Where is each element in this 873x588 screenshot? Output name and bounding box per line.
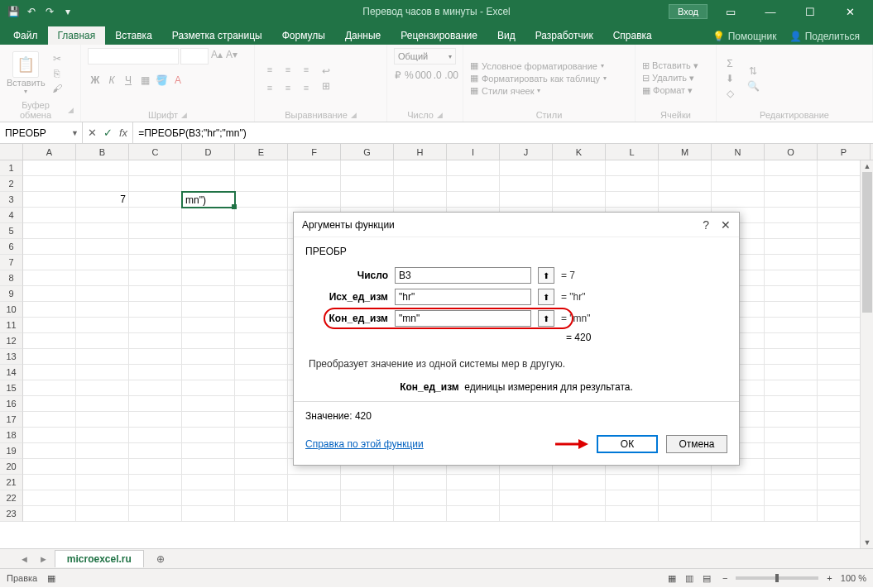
macro-record-icon[interactable]: ▦ [47, 573, 55, 584]
cell[interactable] [235, 208, 288, 223]
col-header[interactable]: O [765, 144, 818, 160]
font-name-input[interactable] [88, 48, 179, 65]
col-header[interactable]: A [23, 144, 76, 160]
cell[interactable] [765, 412, 818, 428]
cell[interactable] [712, 176, 765, 192]
cell[interactable] [76, 255, 129, 270]
cell[interactable] [182, 380, 235, 396]
cell[interactable] [500, 506, 553, 522]
qat-dropdown-icon[interactable]: ▾ [61, 5, 74, 18]
cell[interactable] [712, 192, 765, 208]
cell[interactable] [447, 490, 500, 506]
decrease-font-icon[interactable]: A▾ [225, 48, 238, 61]
cell[interactable] [659, 192, 712, 208]
ok-button[interactable]: ОК [597, 435, 658, 453]
cell[interactable] [659, 176, 712, 192]
cell[interactable] [129, 412, 182, 428]
cell[interactable] [23, 318, 76, 333]
dialog-launcher-icon[interactable]: ◢ [437, 111, 443, 119]
cell[interactable] [288, 506, 341, 522]
sort-filter-icon[interactable]: ⇅ [746, 65, 760, 78]
comma-icon[interactable]: 000 [416, 68, 431, 83]
font-size-input[interactable] [180, 48, 209, 65]
cell[interactable] [341, 176, 394, 192]
cell[interactable] [500, 192, 553, 208]
cell[interactable] [765, 490, 818, 506]
tab-file[interactable]: Файл [3, 26, 48, 45]
cell[interactable] [447, 160, 500, 176]
cell[interactable] [23, 176, 76, 192]
cell[interactable] [235, 490, 288, 506]
cell[interactable] [765, 396, 818, 412]
bold-button[interactable]: Ж [88, 73, 103, 88]
cell[interactable] [553, 475, 606, 490]
cell[interactable] [606, 506, 659, 522]
cell[interactable] [129, 333, 182, 349]
cell[interactable] [76, 412, 129, 428]
cell[interactable] [765, 333, 818, 349]
cell[interactable] [182, 475, 235, 490]
row-header[interactable]: 17 [0, 412, 23, 428]
cut-icon[interactable]: ✂ [50, 52, 64, 65]
row-header[interactable]: 18 [0, 428, 23, 443]
row-header[interactable]: 7 [0, 255, 23, 270]
sheet-nav-next-icon[interactable]: ► [36, 554, 51, 564]
cell[interactable] [23, 192, 76, 208]
tab-formulas[interactable]: Формулы [272, 26, 335, 45]
align-middle-icon[interactable]: ≡ [280, 61, 296, 78]
cell[interactable] [606, 192, 659, 208]
close-icon[interactable]: ✕ [833, 0, 866, 23]
conditional-formatting-button[interactable]: ▦Условное форматирование▾ [470, 60, 607, 71]
collapse-dialog-icon[interactable]: ⬆ [538, 310, 554, 327]
arg-input-to-unit[interactable] [395, 310, 531, 327]
cell[interactable] [765, 459, 818, 475]
cell[interactable] [765, 365, 818, 380]
autosum-icon[interactable]: Σ [723, 57, 736, 70]
cell[interactable] [394, 475, 447, 490]
cell[interactable] [76, 365, 129, 380]
cell[interactable] [182, 255, 235, 270]
cell[interactable] [23, 412, 76, 428]
cell[interactable] [23, 160, 76, 176]
cell[interactable] [23, 208, 76, 223]
cell[interactable] [129, 160, 182, 176]
formula-input[interactable]: =ПРЕОБР(B3;"hr";"mn") [133, 122, 873, 143]
cell[interactable] [76, 176, 129, 192]
delete-cells-button[interactable]: ⊟ Удалить ▾ [642, 73, 698, 84]
cell[interactable] [606, 176, 659, 192]
maximize-icon[interactable]: ☐ [794, 0, 827, 23]
cell[interactable] [235, 443, 288, 459]
row-header[interactable]: 1 [0, 160, 23, 176]
cell[interactable] [23, 490, 76, 506]
cell[interactable] [129, 506, 182, 522]
enter-formula-icon[interactable]: ✓ [103, 127, 113, 139]
row-header[interactable]: 13 [0, 349, 23, 365]
cell[interactable] [182, 223, 235, 239]
login-button[interactable]: Вход [669, 4, 708, 19]
cell[interactable] [23, 475, 76, 490]
cell[interactable] [235, 270, 288, 286]
page-break-view-icon[interactable]: ▤ [699, 571, 714, 585]
fill-handle[interactable] [232, 204, 237, 209]
cell[interactable] [129, 239, 182, 255]
ribbon-options-icon[interactable]: ▭ [714, 0, 747, 23]
cell[interactable] [23, 349, 76, 365]
cell[interactable] [182, 302, 235, 318]
cell[interactable] [23, 255, 76, 270]
cell[interactable] [129, 192, 182, 208]
cell[interactable] [765, 192, 818, 208]
cell[interactable] [288, 490, 341, 506]
cell[interactable] [129, 459, 182, 475]
cell[interactable] [76, 160, 129, 176]
cell[interactable] [235, 349, 288, 365]
cell-styles-button[interactable]: ▦Стили ячеек▾ [470, 85, 607, 96]
row-header[interactable]: 14 [0, 365, 23, 380]
cell[interactable] [288, 475, 341, 490]
cell[interactable] [129, 302, 182, 318]
cell[interactable] [129, 365, 182, 380]
format-as-table-button[interactable]: ▦Форматировать как таблицу▾ [470, 73, 607, 84]
cell[interactable] [76, 239, 129, 255]
help-link[interactable]: Справка по этой функции [305, 438, 424, 450]
merge-cells-icon[interactable]: ⊞ [319, 79, 333, 93]
cell[interactable] [182, 443, 235, 459]
